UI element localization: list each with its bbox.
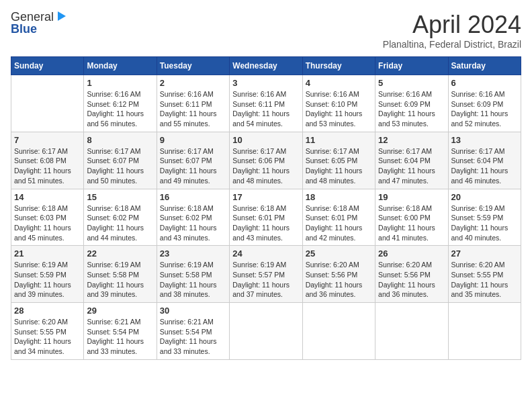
calendar-cell: 14Sunrise: 6:18 AM Sunset: 6:03 PM Dayli…	[11, 189, 84, 246]
day-detail: Sunrise: 6:18 AM Sunset: 6:02 PM Dayligh…	[160, 203, 226, 243]
calendar-cell: 24Sunrise: 6:19 AM Sunset: 5:57 PM Dayli…	[230, 246, 302, 303]
day-detail: Sunrise: 6:20 AM Sunset: 5:55 PM Dayligh…	[451, 260, 518, 300]
day-number: 2	[160, 78, 226, 88]
day-number: 19	[378, 192, 445, 202]
day-detail: Sunrise: 6:17 AM Sunset: 6:07 PM Dayligh…	[87, 146, 153, 186]
day-number: 9	[160, 135, 226, 145]
day-detail: Sunrise: 6:20 AM Sunset: 5:56 PM Dayligh…	[378, 260, 445, 300]
day-number: 28	[14, 306, 81, 316]
calendar-cell	[375, 303, 448, 360]
logo-blue-text: Blue	[11, 22, 37, 36]
day-detail: Sunrise: 6:21 AM Sunset: 5:54 PM Dayligh…	[160, 317, 226, 357]
calendar-cell: 22Sunrise: 6:19 AM Sunset: 5:58 PM Dayli…	[84, 246, 157, 303]
day-detail: Sunrise: 6:19 AM Sunset: 5:58 PM Dayligh…	[160, 260, 226, 300]
calendar-body: 1Sunrise: 6:16 AM Sunset: 6:12 PM Daylig…	[11, 75, 521, 360]
calendar-cell: 6Sunrise: 6:16 AM Sunset: 6:09 PM Daylig…	[448, 75, 521, 132]
week-row-3: 14Sunrise: 6:18 AM Sunset: 6:03 PM Dayli…	[11, 189, 521, 246]
day-number: 17	[232, 192, 299, 202]
col-header-friday: Friday	[375, 57, 448, 75]
calendar-cell	[11, 75, 84, 132]
day-number: 26	[378, 248, 445, 259]
week-row-5: 28Sunrise: 6:20 AM Sunset: 5:55 PM Dayli…	[11, 303, 521, 360]
calendar-cell: 19Sunrise: 6:18 AM Sunset: 6:00 PM Dayli…	[375, 189, 448, 246]
calendar-cell	[230, 303, 302, 360]
day-detail: Sunrise: 6:16 AM Sunset: 6:09 PM Dayligh…	[378, 89, 445, 129]
calendar-cell: 2Sunrise: 6:16 AM Sunset: 6:11 PM Daylig…	[157, 75, 229, 132]
day-number: 21	[14, 248, 81, 259]
logo: General Blue	[11, 11, 66, 35]
calendar-cell: 27Sunrise: 6:20 AM Sunset: 5:55 PM Dayli…	[448, 246, 521, 303]
day-detail: Sunrise: 6:17 AM Sunset: 6:08 PM Dayligh…	[14, 146, 81, 186]
day-detail: Sunrise: 6:16 AM Sunset: 6:11 PM Dayligh…	[160, 89, 226, 129]
day-number: 29	[87, 306, 153, 316]
day-number: 20	[451, 192, 518, 202]
page-header: General Blue April 2024 Planaltina, Fede…	[11, 11, 521, 50]
calendar-cell	[448, 303, 521, 360]
calendar-cell: 8Sunrise: 6:17 AM Sunset: 6:07 PM Daylig…	[84, 132, 157, 189]
logo-general-text: General	[11, 11, 54, 23]
col-header-saturday: Saturday	[448, 57, 521, 75]
day-detail: Sunrise: 6:16 AM Sunset: 6:11 PM Dayligh…	[232, 89, 299, 129]
day-number: 23	[160, 248, 226, 259]
calendar-cell: 11Sunrise: 6:17 AM Sunset: 6:05 PM Dayli…	[302, 132, 375, 189]
title-area: April 2024 Planaltina, Federal District,…	[383, 11, 521, 50]
day-number: 15	[87, 192, 153, 202]
calendar-cell: 29Sunrise: 6:21 AM Sunset: 5:54 PM Dayli…	[84, 303, 157, 360]
day-number: 7	[14, 135, 81, 145]
day-detail: Sunrise: 6:16 AM Sunset: 6:10 PM Dayligh…	[306, 89, 372, 129]
day-number: 6	[451, 78, 518, 88]
day-number: 18	[306, 192, 372, 202]
week-row-2: 7Sunrise: 6:17 AM Sunset: 6:08 PM Daylig…	[11, 132, 521, 189]
calendar-table: SundayMondayTuesdayWednesdayThursdayFrid…	[11, 56, 521, 360]
day-detail: Sunrise: 6:19 AM Sunset: 5:57 PM Dayligh…	[232, 260, 299, 300]
day-number: 5	[378, 78, 445, 88]
col-header-wednesday: Wednesday	[230, 57, 302, 75]
week-row-1: 1Sunrise: 6:16 AM Sunset: 6:12 PM Daylig…	[11, 75, 521, 132]
day-number: 4	[306, 78, 372, 88]
col-header-monday: Monday	[84, 57, 157, 75]
day-number: 12	[378, 135, 445, 145]
day-detail: Sunrise: 6:20 AM Sunset: 5:55 PM Dayligh…	[14, 317, 81, 357]
calendar-cell: 25Sunrise: 6:20 AM Sunset: 5:56 PM Dayli…	[302, 246, 375, 303]
day-detail: Sunrise: 6:18 AM Sunset: 6:00 PM Dayligh…	[378, 203, 445, 243]
calendar-cell: 5Sunrise: 6:16 AM Sunset: 6:09 PM Daylig…	[375, 75, 448, 132]
logo-arrow-icon	[56, 11, 66, 23]
day-number: 24	[232, 248, 299, 259]
day-number: 27	[451, 248, 518, 259]
day-number: 3	[232, 78, 299, 88]
svg-marker-0	[58, 11, 66, 21]
day-detail: Sunrise: 6:17 AM Sunset: 6:04 PM Dayligh…	[451, 146, 518, 186]
day-number: 16	[160, 192, 226, 202]
calendar-cell: 12Sunrise: 6:17 AM Sunset: 6:04 PM Dayli…	[375, 132, 448, 189]
day-detail: Sunrise: 6:17 AM Sunset: 6:06 PM Dayligh…	[232, 146, 299, 186]
day-detail: Sunrise: 6:19 AM Sunset: 5:59 PM Dayligh…	[14, 260, 81, 300]
calendar-cell: 9Sunrise: 6:17 AM Sunset: 6:07 PM Daylig…	[157, 132, 229, 189]
day-number: 22	[87, 248, 153, 259]
calendar-cell: 18Sunrise: 6:18 AM Sunset: 6:01 PM Dayli…	[302, 189, 375, 246]
day-detail: Sunrise: 6:19 AM Sunset: 5:59 PM Dayligh…	[451, 203, 518, 243]
calendar-cell	[302, 303, 375, 360]
day-detail: Sunrise: 6:16 AM Sunset: 6:09 PM Dayligh…	[451, 89, 518, 129]
col-header-thursday: Thursday	[302, 57, 375, 75]
calendar-cell: 20Sunrise: 6:19 AM Sunset: 5:59 PM Dayli…	[448, 189, 521, 246]
day-detail: Sunrise: 6:17 AM Sunset: 6:04 PM Dayligh…	[378, 146, 445, 186]
calendar-cell: 10Sunrise: 6:17 AM Sunset: 6:06 PM Dayli…	[230, 132, 302, 189]
calendar-cell: 16Sunrise: 6:18 AM Sunset: 6:02 PM Dayli…	[157, 189, 229, 246]
day-detail: Sunrise: 6:17 AM Sunset: 6:05 PM Dayligh…	[306, 146, 372, 186]
day-detail: Sunrise: 6:20 AM Sunset: 5:56 PM Dayligh…	[306, 260, 372, 300]
calendar-cell: 13Sunrise: 6:17 AM Sunset: 6:04 PM Dayli…	[448, 132, 521, 189]
day-number: 10	[232, 135, 299, 145]
calendar-cell: 28Sunrise: 6:20 AM Sunset: 5:55 PM Dayli…	[11, 303, 84, 360]
calendar-header: SundayMondayTuesdayWednesdayThursdayFrid…	[11, 57, 521, 75]
day-detail: Sunrise: 6:18 AM Sunset: 6:03 PM Dayligh…	[14, 203, 81, 243]
location-text: Planaltina, Federal District, Brazil	[383, 39, 521, 50]
day-number: 11	[306, 135, 372, 145]
calendar-cell: 7Sunrise: 6:17 AM Sunset: 6:08 PM Daylig…	[11, 132, 84, 189]
week-row-4: 21Sunrise: 6:19 AM Sunset: 5:59 PM Dayli…	[11, 246, 521, 303]
day-detail: Sunrise: 6:21 AM Sunset: 5:54 PM Dayligh…	[87, 317, 153, 357]
calendar-cell: 3Sunrise: 6:16 AM Sunset: 6:11 PM Daylig…	[230, 75, 302, 132]
day-detail: Sunrise: 6:18 AM Sunset: 6:02 PM Dayligh…	[87, 203, 153, 243]
day-number: 8	[87, 135, 153, 145]
day-number: 30	[160, 306, 226, 316]
col-header-sunday: Sunday	[11, 57, 84, 75]
